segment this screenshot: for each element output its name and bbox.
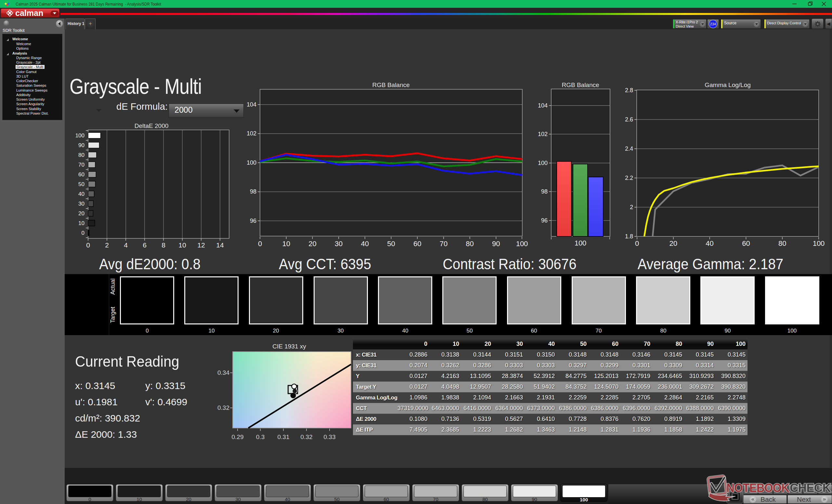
svg-text:0.34: 0.34: [217, 369, 230, 376]
svg-text:100: 100: [516, 240, 528, 248]
svg-text:30: 30: [335, 240, 342, 248]
svg-text:20: 20: [670, 239, 677, 248]
svg-text:20: 20: [78, 211, 84, 217]
svg-text:100: 100: [247, 160, 256, 166]
svg-text:0: 0: [82, 230, 84, 236]
svg-text:70: 70: [440, 240, 447, 248]
svg-text:90: 90: [492, 240, 500, 248]
svg-text:60: 60: [413, 240, 421, 248]
svg-text:50: 50: [78, 181, 84, 187]
svg-text:0.29: 0.29: [232, 433, 244, 440]
svg-text:80: 80: [78, 152, 84, 158]
svg-text:4: 4: [124, 241, 128, 249]
svg-text:60: 60: [742, 239, 750, 248]
svg-text:0.31: 0.31: [278, 433, 290, 440]
svg-text:6: 6: [143, 241, 147, 249]
svg-text:104: 104: [247, 101, 256, 108]
svg-text:70: 70: [78, 162, 84, 168]
svg-text:Gamma Log/Log: Gamma Log/Log: [705, 82, 751, 88]
svg-text:0: 0: [635, 239, 639, 248]
svg-text:NOTEBOOK: NOTEBOOK: [726, 481, 789, 495]
svg-text:DeltaE 2000: DeltaE 2000: [134, 122, 169, 129]
svg-text:RGB Balance: RGB Balance: [562, 82, 599, 88]
svg-text:0.32: 0.32: [301, 433, 313, 440]
svg-text:10: 10: [178, 241, 186, 249]
svg-text:2.4: 2.4: [625, 145, 633, 152]
svg-text:0.3: 0.3: [256, 433, 264, 440]
svg-text:104: 104: [538, 102, 548, 109]
svg-text:10: 10: [282, 240, 290, 248]
svg-text:60: 60: [78, 171, 84, 178]
svg-text:0.32: 0.32: [217, 404, 230, 411]
svg-text:102: 102: [247, 130, 256, 137]
svg-text:40: 40: [361, 240, 369, 248]
svg-text:14: 14: [216, 241, 224, 249]
svg-text:RGB Balance: RGB Balance: [372, 82, 410, 88]
svg-text:2.2: 2.2: [625, 175, 633, 181]
svg-text:0.33: 0.33: [324, 433, 336, 440]
svg-text:80: 80: [778, 239, 786, 248]
svg-text:40: 40: [78, 191, 84, 197]
svg-text:2.8: 2.8: [625, 87, 633, 93]
svg-text:CIE 1931 xy: CIE 1931 xy: [272, 343, 306, 350]
svg-text:12: 12: [197, 241, 205, 249]
svg-text:98: 98: [541, 188, 548, 195]
svg-text:8: 8: [161, 241, 165, 249]
svg-text:50: 50: [387, 240, 395, 248]
svg-text:40: 40: [706, 239, 713, 248]
svg-text:calman: calman: [15, 10, 43, 17]
svg-text:80: 80: [466, 240, 473, 248]
svg-text:2.6: 2.6: [625, 116, 633, 123]
svg-text:102: 102: [538, 131, 548, 137]
svg-text:0: 0: [258, 240, 262, 248]
svg-text:100: 100: [538, 160, 548, 166]
svg-text:20: 20: [308, 240, 316, 248]
svg-text:30: 30: [78, 201, 84, 207]
svg-text:100: 100: [813, 239, 825, 248]
svg-text:90: 90: [78, 142, 84, 148]
svg-text:98: 98: [250, 188, 256, 195]
svg-text:100: 100: [75, 133, 84, 139]
svg-text:10: 10: [78, 220, 84, 226]
svg-text:0: 0: [86, 241, 90, 249]
svg-text:96: 96: [541, 217, 548, 224]
svg-text:2: 2: [105, 241, 109, 249]
svg-text:1.8: 1.8: [625, 233, 633, 240]
svg-text:96: 96: [250, 218, 256, 224]
svg-text:CHECK: CHECK: [790, 481, 831, 495]
svg-text:100: 100: [575, 239, 587, 247]
svg-text:2: 2: [630, 204, 633, 211]
